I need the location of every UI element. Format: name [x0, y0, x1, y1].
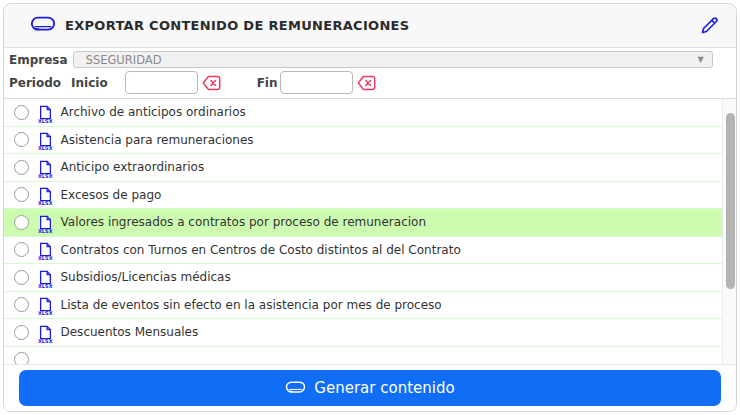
generate-content-button[interactable]: Generar contenido [19, 370, 721, 406]
xlsx-file-icon: XLSX [38, 297, 53, 316]
xlsx-badge: XLSX [38, 201, 53, 206]
fin-label: Fin [257, 76, 278, 90]
report-row-label: Valores ingresados a contratos por proce… [61, 215, 427, 229]
xlsx-badge: XLSX [38, 146, 53, 151]
printer-icon [285, 380, 306, 397]
radio-button[interactable] [14, 325, 29, 340]
chevron-down-icon: ▼ [697, 55, 703, 64]
report-row[interactable]: XLSX Subsidios/Licencias médicas [4, 264, 722, 292]
report-list: XLSX Archivo de anticipos ordinarios XLS… [4, 99, 722, 364]
scrollbar-thumb[interactable] [726, 113, 735, 289]
report-row[interactable]: XLSX Archivo de anticipos ordinarios [4, 99, 722, 127]
empresa-selected-value: SSEGURIDAD [86, 53, 698, 67]
dialog-footer: Generar contenido [4, 365, 736, 411]
xlsx-badge: XLSX [38, 284, 53, 289]
report-row[interactable]: XLSX Descuentos Mensuales [4, 319, 722, 347]
clear-inicio-icon[interactable] [202, 75, 221, 91]
report-row[interactable]: XLSX Anticipo extraordinarios [4, 154, 722, 182]
radio-button[interactable] [14, 160, 29, 175]
clear-fin-icon[interactable] [357, 75, 376, 91]
report-row[interactable]: XLSX Asistencia para remuneraciones [4, 127, 722, 155]
radio-button[interactable] [14, 297, 29, 312]
xlsx-badge: XLSX [38, 339, 53, 344]
xlsx-file-icon: XLSX [38, 132, 53, 151]
radio-button[interactable] [14, 187, 29, 202]
inicio-input[interactable] [125, 71, 198, 94]
radio-button[interactable] [14, 132, 29, 147]
report-row[interactable]: XLSX Valores ingresados a contratos por … [4, 209, 722, 237]
report-row-label: Lista de eventos sin efecto en la asiste… [61, 298, 442, 312]
xlsx-file-icon: XLSX [38, 215, 53, 234]
filter-section: Empresa SSEGURIDAD ▼ Periodo Inicio Fin [4, 48, 736, 99]
report-row-label: Asistencia para remuneraciones [61, 133, 254, 147]
xlsx-file-icon: XLSX [38, 242, 53, 261]
xlsx-file-icon: XLSX [38, 270, 53, 289]
xlsx-badge: XLSX [38, 174, 53, 179]
empresa-select[interactable]: SSEGURIDAD ▼ [73, 51, 713, 68]
dialog-title: EXPORTAR CONTENIDO DE REMUNERACIONES [65, 18, 699, 33]
inicio-label: Inicio [71, 76, 108, 90]
pencil-edit-icon[interactable] [699, 15, 720, 36]
xlsx-badge: XLSX [38, 256, 53, 261]
xlsx-badge: XLSX [38, 311, 53, 316]
report-row-label: Subsidios/Licencias médicas [61, 270, 231, 284]
radio-button[interactable] [14, 105, 29, 120]
printer-icon [30, 15, 56, 36]
scrollbar[interactable] [722, 99, 736, 364]
xlsx-file-icon: XLSX [38, 187, 53, 206]
xlsx-file-icon: XLSX [38, 325, 53, 344]
generate-content-label: Generar contenido [314, 379, 454, 397]
report-row-label: Descuentos Mensuales [61, 325, 199, 339]
report-row[interactable]: XLSX Lista de eventos sin efecto en la a… [4, 292, 722, 320]
radio-button[interactable] [14, 215, 29, 230]
report-row[interactable]: XLSX Excesos de pago [4, 182, 722, 210]
radio-button[interactable] [14, 242, 29, 257]
fin-input[interactable] [280, 71, 353, 94]
radio-button[interactable] [14, 352, 29, 364]
xlsx-file-icon: XLSX [38, 105, 53, 124]
xlsx-badge: XLSX [38, 229, 53, 234]
report-row-label: Archivo de anticipos ordinarios [61, 105, 246, 119]
xlsx-badge: XLSX [38, 119, 53, 124]
report-row[interactable]: XLSX Contratos con Turnos en Centros de … [4, 237, 722, 265]
report-row-label: Anticipo extraordinarios [61, 160, 205, 174]
report-list-container: XLSX Archivo de anticipos ordinarios XLS… [4, 99, 736, 365]
radio-button[interactable] [14, 270, 29, 285]
export-remunerations-dialog: EXPORTAR CONTENIDO DE REMUNERACIONES Emp… [3, 3, 737, 412]
report-row-label: Excesos de pago [61, 188, 162, 202]
xlsx-file-icon: XLSX [38, 160, 53, 179]
empresa-label: Empresa [9, 53, 68, 67]
report-row-label: Contratos con Turnos en Centros de Costo… [61, 243, 461, 257]
periodo-label: Periodo [9, 76, 61, 90]
report-row[interactable] [4, 347, 722, 365]
dialog-header: EXPORTAR CONTENIDO DE REMUNERACIONES [4, 4, 736, 48]
